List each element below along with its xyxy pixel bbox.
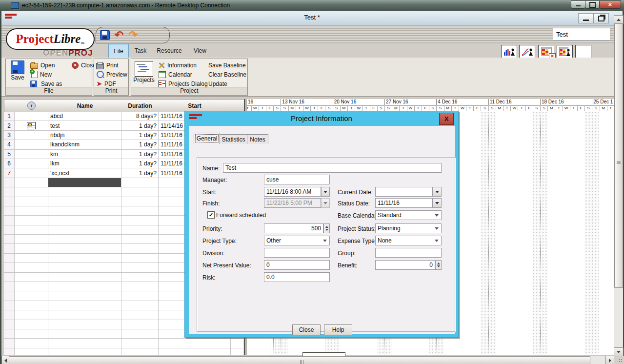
scroll-right-button[interactable] [605,356,614,364]
calendar-button[interactable]: Calendar [159,71,192,78]
task-duration-cell[interactable] [121,235,159,244]
task-start-cell[interactable] [159,339,231,348]
row-number-cell[interactable] [4,329,15,339]
table-header-next[interactable] [231,99,244,112]
row-number-cell[interactable] [4,339,15,348]
table-header-info[interactable]: i [15,99,49,112]
table-header-rownum[interactable] [4,99,16,112]
task-duration-cell[interactable] [121,206,159,216]
task-info-cell[interactable] [15,254,48,263]
row-number-cell[interactable] [4,206,15,216]
selected-cell[interactable] [48,178,121,187]
task-name-cell[interactable] [48,301,121,310]
rdp-close-button[interactable]: ✕ [599,0,621,9]
benefit-spinner[interactable] [435,260,442,270]
task-duration-cell[interactable] [121,301,159,310]
row-number-cell[interactable] [4,310,15,320]
resource-table-view-button[interactable] [557,45,573,59]
task-name-cell[interactable] [48,187,121,197]
task-name-cell[interactable] [48,291,121,301]
task-name-cell[interactable] [48,348,121,355]
name-input[interactable] [223,163,442,173]
no-sub-window-button[interactable]: ✕ [538,45,554,59]
task-name-cell[interactable] [48,263,121,272]
row-number-cell[interactable] [4,197,15,206]
status-date-input[interactable] [375,198,433,208]
task-info-cell[interactable] [15,206,48,216]
task-info-cell[interactable] [15,225,48,235]
row-number-cell[interactable]: 2 [4,121,15,130]
task-info-cell[interactable] [15,150,48,159]
task-info-cell[interactable] [15,112,48,121]
task-info-cell[interactable] [15,197,48,206]
task-name-cell[interactable]: abcd [48,112,121,121]
preview-button[interactable]: Preview [97,71,127,78]
vertical-scrollbar-thumb[interactable] [614,23,623,288]
projects-button[interactable]: Projects [133,61,155,83]
row-number-cell[interactable] [4,263,15,272]
task-duration-cell[interactable] [121,225,159,235]
row-number-cell[interactable]: 3 [4,131,15,140]
row-number-cell[interactable] [4,254,15,263]
row-number-cell[interactable] [4,187,15,197]
table-row[interactable] [4,348,244,355]
row-number-cell[interactable] [4,301,15,310]
task-duration-cell[interactable]: 8 days? [121,112,159,121]
task-duration-cell[interactable] [121,339,159,348]
task-name-cell[interactable] [48,225,121,235]
division-input[interactable] [264,248,330,258]
rdp-maximize-button[interactable] [585,0,600,9]
task-name-cell[interactable]: 'xc,ncxl [48,168,121,178]
row-number-cell[interactable] [4,244,15,253]
task-name-cell[interactable] [48,235,121,244]
save-as-button[interactable]: Save as [30,80,62,87]
task-name-cell[interactable]: nbdjn [48,131,121,140]
task-name-cell[interactable]: km [48,150,121,159]
task-name-cell[interactable] [48,216,121,225]
task-info-cell[interactable] [15,320,48,329]
close-project-button[interactable]: ●Close [72,61,96,69]
task-duration-cell[interactable]: 1 day? [121,131,159,140]
print-button[interactable]: Print [96,61,119,69]
net-present-value-input[interactable] [264,260,330,270]
timescale-weeks[interactable]: 1613 Nov 1620 Nov 1627 Nov 164 Dec 1611 … [247,99,614,106]
tab-notes[interactable]: Notes [247,134,268,144]
project-filter-input[interactable] [553,28,610,40]
priority-input[interactable] [264,223,323,233]
task-info-cell[interactable] [15,121,48,130]
task-duration-cell[interactable] [121,310,159,320]
task-name-cell[interactable] [48,339,121,348]
app-minimize-button[interactable] [578,13,594,23]
task-name-cell[interactable] [48,273,121,282]
table-row[interactable] [4,339,244,348]
histogram-view-button[interactable] [501,45,517,59]
row-number-cell[interactable] [4,225,15,235]
task-info-cell[interactable] [15,310,48,320]
row-number-cell[interactable] [4,273,15,282]
task-extra-cell[interactable] [231,348,243,355]
tab-file[interactable]: File [108,44,129,58]
row-number-cell[interactable]: 4 [4,140,15,149]
task-duration-cell[interactable] [121,254,159,263]
task-info-cell[interactable] [15,301,48,310]
task-info-cell[interactable] [15,168,48,178]
save-baseline-button[interactable]: Save Baseline [208,61,246,69]
task-duration-cell[interactable] [121,348,159,355]
task-name-cell[interactable] [48,329,121,339]
close-button[interactable]: Close [292,324,321,335]
task-info-cell[interactable] [15,329,48,339]
task-duration-cell[interactable] [121,291,159,301]
task-info-cell[interactable] [15,273,48,282]
row-number-cell[interactable] [4,235,15,244]
row-number-cell[interactable]: 7 [4,168,15,178]
tab-general[interactable]: General [194,133,220,144]
task-start-cell[interactable] [159,348,231,355]
task-duration-cell[interactable] [121,320,159,329]
row-number-cell[interactable]: 1 [4,112,15,121]
task-name-cell[interactable] [48,206,121,216]
manager-input[interactable] [264,175,330,184]
task-duration-cell[interactable] [121,216,159,225]
start-dropdown-button[interactable] [321,187,330,197]
benefit-input[interactable] [375,260,435,270]
project-status-select[interactable]: Planning [375,223,442,233]
